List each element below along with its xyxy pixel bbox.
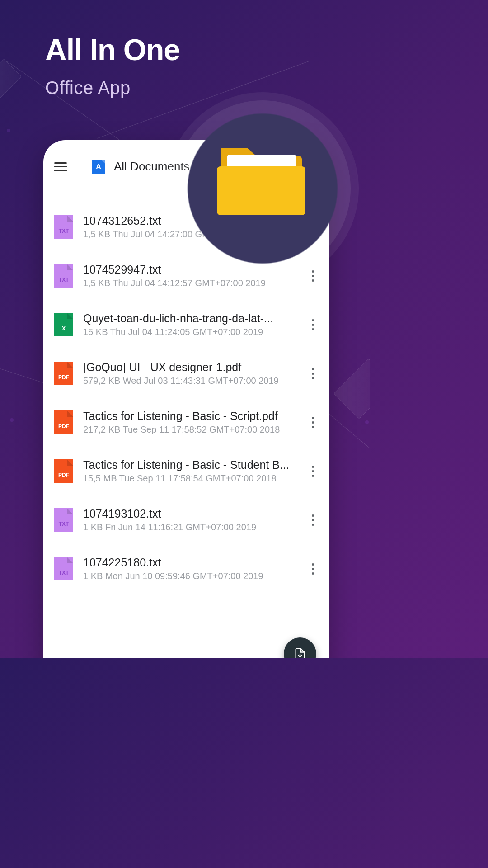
more-options-icon[interactable] [307, 511, 318, 529]
file-meta: 15 KB Thu Jul 04 11:24:05 GMT+07:00 2019 [83, 327, 297, 337]
file-name: Tactics for Listening - Basic - Script.p… [83, 410, 297, 423]
folder-badge [182, 108, 343, 269]
file-icon-label: X [54, 326, 73, 332]
file-row[interactable]: PDFTactics for Listening - Basic - Scrip… [43, 398, 329, 447]
more-options-icon[interactable] [307, 364, 318, 382]
more-options-icon[interactable] [307, 462, 318, 480]
more-options-icon[interactable] [307, 316, 318, 334]
file-icon-label: TXT [54, 521, 73, 527]
file-name: Tactics for Listening - Basic - Student … [83, 458, 297, 472]
folder-icon [216, 139, 306, 219]
txt-file-icon: TXT [54, 264, 73, 288]
txt-file-icon: TXT [54, 557, 73, 580]
file-icon-label: TXT [54, 228, 73, 234]
pdf-file-icon: PDF [54, 410, 73, 434]
file-meta: 1 KB Mon Jun 10 09:59:46 GMT+07:00 2019 [83, 571, 297, 581]
file-name: [GoQuo] UI - UX designer-1.pdf [83, 361, 297, 374]
file-icon-label: PDF [54, 374, 73, 381]
file-info: 1074193102.txt1 KB Fri Jun 14 11:16:21 G… [83, 507, 297, 533]
file-row[interactable]: PDF[GoQuo] UI - UX designer-1.pdf579,2 K… [43, 349, 329, 398]
file-info: Quyet-toan-du-lich-nha-trang-da-lat-...1… [83, 312, 297, 337]
file-meta: 217,2 KB Tue Sep 11 17:58:52 GMT+07:00 2… [83, 425, 297, 435]
file-info: Tactics for Listening - Basic - Student … [83, 458, 297, 484]
more-options-icon[interactable] [307, 413, 318, 431]
hero-title: All In One [45, 33, 180, 67]
xls-file-icon: X [54, 313, 73, 336]
file-meta: 579,2 KB Wed Jul 03 11:43:31 GMT+07:00 2… [83, 376, 297, 386]
pdf-file-icon: PDF [54, 459, 73, 483]
file-row[interactable]: XQuyet-toan-du-lich-nha-trang-da-lat-...… [43, 300, 329, 349]
file-info: [GoQuo] UI - UX designer-1.pdf579,2 KB W… [83, 361, 297, 386]
app-logo-icon: A [92, 160, 105, 174]
txt-file-icon: TXT [54, 215, 73, 239]
menu-icon[interactable] [54, 162, 67, 171]
import-file-fab[interactable] [284, 637, 316, 658]
file-icon-label: TXT [54, 277, 73, 283]
file-icon-label: PDF [54, 423, 73, 429]
file-meta: 1 KB Fri Jun 14 11:16:21 GMT+07:00 2019 [83, 522, 297, 533]
hero-subtitle: Office App [45, 78, 131, 98]
more-options-icon[interactable] [307, 560, 318, 578]
file-row[interactable]: TXT1074225180.txt1 KB Mon Jun 10 09:59:4… [43, 544, 329, 593]
file-row[interactable]: TXT1074193102.txt1 KB Fri Jun 14 11:16:2… [43, 495, 329, 544]
file-name: 1074193102.txt [83, 507, 297, 520]
file-meta: 15,5 MB Tue Sep 11 17:58:54 GMT+07:00 20… [83, 473, 297, 484]
pdf-file-icon: PDF [54, 362, 73, 385]
txt-file-icon: TXT [54, 508, 73, 532]
file-info: 1074225180.txt1 KB Mon Jun 10 09:59:46 G… [83, 556, 297, 581]
file-row[interactable]: PDFTactics for Listening - Basic - Stude… [43, 447, 329, 495]
file-import-icon [294, 647, 306, 658]
file-name: 1074225180.txt [83, 556, 297, 569]
file-icon-label: TXT [54, 570, 73, 576]
file-name: Quyet-toan-du-lich-nha-trang-da-lat-... [83, 312, 297, 325]
file-info: Tactics for Listening - Basic - Script.p… [83, 410, 297, 435]
file-icon-label: PDF [54, 472, 73, 478]
